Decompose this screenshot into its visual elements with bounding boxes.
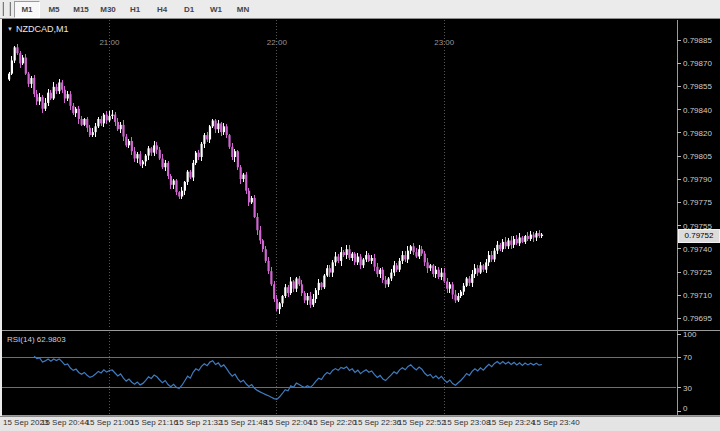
candle-body — [348, 249, 350, 258]
candle-body — [134, 151, 136, 158]
price-axis-label: 0.79805 — [683, 152, 712, 161]
candle-body — [454, 295, 456, 301]
candle-body — [446, 281, 448, 288]
price-axis-label: 0.79885 — [683, 36, 712, 45]
candle-body — [198, 153, 200, 157]
candle-body — [25, 58, 27, 74]
candle-body — [217, 123, 219, 129]
candle-body — [181, 191, 183, 197]
candle-body — [323, 276, 325, 288]
candle-body — [326, 268, 328, 275]
candle-body — [50, 93, 52, 99]
candle-body — [8, 74, 10, 80]
candle-body — [315, 290, 317, 299]
candle-body — [234, 151, 236, 157]
candle-body — [329, 268, 331, 272]
candle-body — [228, 135, 230, 147]
chart-plot-area[interactable] — [0, 0, 720, 431]
candle-body — [67, 94, 69, 98]
hour-label: 21:00 — [89, 38, 129, 47]
candle-body — [505, 242, 507, 246]
candle-body — [139, 154, 141, 164]
candle-body — [287, 287, 289, 293]
price-axis-label: 0.79775 — [683, 198, 712, 207]
candle-body — [212, 120, 214, 126]
candle-body — [362, 259, 364, 265]
candle-body — [399, 261, 401, 270]
candle-body — [226, 126, 228, 135]
rsi-axis-label: 30 — [683, 384, 692, 393]
candle-body — [92, 132, 94, 135]
candle-body — [178, 192, 180, 196]
candle-body — [142, 161, 144, 164]
candle-body — [131, 141, 133, 151]
candle-body — [371, 258, 373, 261]
candle-body — [410, 246, 412, 250]
candle-body — [97, 119, 99, 126]
candle-body — [220, 123, 222, 132]
price-axis-label: 0.79695 — [683, 314, 712, 323]
candle-body — [153, 145, 155, 152]
candle-body — [61, 82, 63, 89]
candle-body — [404, 255, 406, 259]
candle-body — [251, 198, 253, 202]
candle-body — [340, 252, 342, 261]
candle-body — [242, 175, 244, 179]
candle-body — [47, 93, 49, 103]
candle-body — [460, 292, 462, 296]
candle-body — [346, 249, 348, 255]
candle-body — [94, 126, 96, 132]
candle-body — [64, 90, 66, 99]
candle-body — [203, 135, 205, 144]
candle-body — [150, 148, 152, 152]
price-axis-label: 0.79840 — [683, 106, 712, 115]
rsi-axis-label: 70 — [683, 353, 692, 362]
candle-body — [175, 180, 177, 192]
candle-body — [466, 278, 468, 285]
candle-body — [485, 262, 487, 269]
window-left-border — [0, 19, 2, 431]
candle-body — [128, 141, 130, 145]
candle-body — [535, 233, 537, 237]
candle-body — [385, 280, 387, 284]
candle-body — [527, 236, 529, 239]
candle-body — [108, 116, 110, 120]
candle-body — [474, 268, 476, 274]
candle-body — [482, 265, 484, 269]
candle-body — [530, 235, 532, 239]
candle-body — [81, 119, 83, 125]
candle-body — [259, 230, 261, 240]
chevron-down-icon[interactable]: ▼ — [7, 26, 13, 32]
candle-body — [30, 78, 32, 84]
chart-window: M1M5M15M30H1H4D1W1MN ▼NZDCAD,M1 RSI(14) … — [0, 0, 720, 431]
candle-body — [173, 180, 175, 184]
candle-body — [524, 236, 526, 242]
candle-body — [382, 270, 384, 280]
candle-body — [265, 249, 267, 261]
candle-body — [390, 273, 392, 279]
candle-body — [293, 281, 295, 288]
candle-body — [53, 87, 55, 99]
candle-body — [360, 257, 362, 266]
hour-label: 23:00 — [424, 38, 464, 47]
candle-body — [44, 103, 46, 109]
candle-body — [354, 254, 356, 263]
candle-body — [254, 198, 256, 217]
candle-body — [507, 240, 509, 246]
candle-body — [72, 106, 74, 113]
candle-body — [415, 252, 417, 256]
chart-title: ▼NZDCAD,M1 — [7, 24, 68, 34]
candle-body — [14, 47, 16, 60]
candle-body — [58, 82, 60, 91]
candle-body — [195, 153, 197, 163]
candle-body — [36, 94, 38, 101]
candle-body — [318, 283, 320, 290]
candle-body — [413, 246, 415, 252]
candle-body — [100, 119, 102, 123]
candle-body — [256, 217, 258, 230]
candle-body — [541, 235, 543, 236]
price-axis-label: 0.79790 — [683, 175, 712, 184]
candle-body — [276, 299, 278, 309]
candle-body — [111, 115, 113, 116]
candle-body — [309, 296, 311, 305]
